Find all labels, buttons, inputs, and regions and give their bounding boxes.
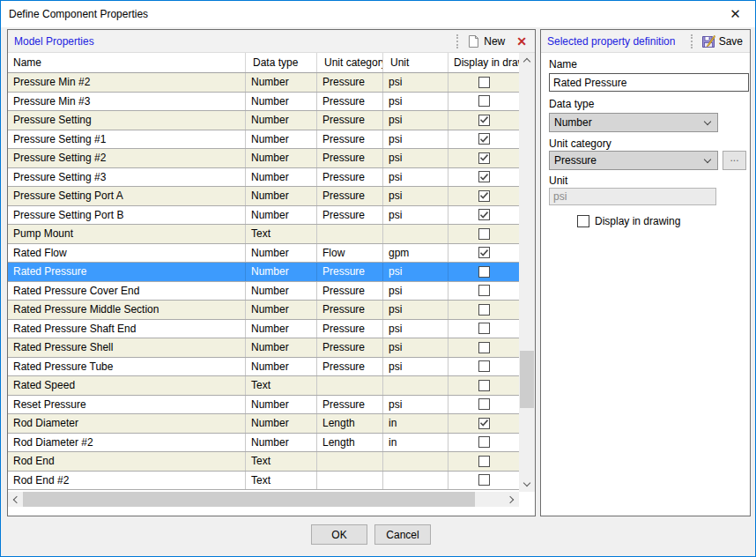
column-header-name[interactable]: Name	[8, 53, 246, 72]
cell-name: Rated Pressure Middle Section	[8, 301, 246, 319]
cell-display-in-drawing	[448, 472, 519, 490]
scroll-right-button[interactable]	[504, 492, 519, 507]
horizontal-scrollbar-thumb[interactable]	[23, 492, 475, 507]
name-input[interactable]	[549, 73, 749, 92]
table-row[interactable]: Rod End #2Text	[8, 472, 519, 491]
display-checkbox[interactable]	[478, 380, 490, 391]
table-row[interactable]: Rated Pressure Cover EndNumberPressureps…	[8, 282, 519, 301]
table-header-row: Name Data type Unit category Unit Displa…	[8, 53, 519, 73]
table-row[interactable]: Rated FlowNumberFlowgpm	[8, 244, 519, 264]
cell-unit-category: Pressure	[317, 396, 383, 414]
table-row[interactable]: Rod DiameterNumberLengthin	[8, 414, 519, 434]
display-checkbox[interactable]	[478, 418, 490, 429]
cell-unit: psi	[383, 338, 448, 357]
table-row[interactable]: Rated Pressure Middle SectionNumberPress…	[8, 301, 519, 320]
display-checkbox[interactable]	[478, 209, 490, 220]
table-row[interactable]: Rod EndText	[8, 452, 519, 472]
cell-data-type: Number	[246, 130, 317, 149]
table-row[interactable]: Rated PressureNumberPressurepsi	[8, 263, 519, 282]
table-row[interactable]: Rated Pressure ShellNumberPressurepsi	[8, 338, 519, 358]
display-checkbox[interactable]	[478, 247, 490, 258]
table-row[interactable]: Rated Pressure TubeNumberPressurepsi	[8, 358, 519, 377]
display-checkbox[interactable]	[478, 360, 490, 372]
cell-name: Rod End	[8, 452, 246, 471]
table-row[interactable]: Pressure Setting Port BNumberPressurepsi	[8, 206, 519, 226]
vertical-scrollbar-thumb[interactable]	[520, 351, 534, 408]
column-header-unit[interactable]: Unit	[383, 53, 448, 72]
table-row[interactable]: Pump MountText	[8, 225, 519, 244]
cell-data-type: Number	[246, 282, 317, 301]
titlebar: Define Component Properties ✕	[1, 1, 755, 27]
display-checkbox[interactable]	[478, 228, 490, 240]
display-checkbox[interactable]	[478, 266, 490, 278]
table-row[interactable]: Pressure SettingNumberPressurepsi	[8, 111, 519, 130]
unit-category-browse-button[interactable]: ...	[723, 151, 746, 170]
display-checkbox[interactable]	[478, 115, 490, 126]
ok-button[interactable]: OK	[311, 524, 367, 545]
cell-name: Rod Diameter	[8, 414, 246, 433]
chevron-down-icon	[523, 479, 530, 486]
cell-unit: psi	[383, 168, 448, 187]
cell-unit: psi	[383, 263, 448, 281]
display-checkbox[interactable]	[478, 285, 490, 296]
save-button[interactable]: Save	[699, 33, 745, 50]
scroll-left-button[interactable]	[8, 492, 23, 507]
display-in-drawing-checkbox[interactable]	[577, 215, 589, 227]
unit-category-dropdown[interactable]: Pressure	[549, 151, 718, 170]
toolbar-gripper	[456, 34, 459, 48]
cell-unit-category: Pressure	[317, 73, 383, 92]
table-row[interactable]: Pressure Min #2NumberPressurepsi	[8, 73, 519, 93]
delete-property-button[interactable]: ✕	[513, 35, 530, 48]
table-row[interactable]: Rod Diameter #2NumberLengthin	[8, 434, 519, 453]
table-row[interactable]: Rated Pressure Shaft EndNumberPressureps…	[8, 320, 519, 339]
scroll-up-button[interactable]	[519, 53, 534, 68]
scroll-down-button[interactable]	[519, 477, 534, 492]
close-icon: ✕	[730, 6, 741, 22]
table-row[interactable]: Rated SpeedText	[8, 376, 519, 396]
column-header-data-type[interactable]: Data type	[246, 53, 317, 72]
table-row[interactable]: Pressure Setting Port ANumberPressurepsi	[8, 187, 519, 206]
display-checkbox[interactable]	[478, 133, 490, 145]
display-checkbox[interactable]	[478, 171, 490, 182]
cell-name: Pressure Setting #2	[8, 149, 246, 167]
cell-display-in-drawing	[448, 376, 519, 395]
display-checkbox[interactable]	[478, 323, 490, 334]
cell-unit: psi	[383, 206, 448, 225]
table-row[interactable]: Pressure Setting #3NumberPressurepsi	[8, 168, 519, 188]
close-button[interactable]: ✕	[715, 2, 755, 27]
display-checkbox[interactable]	[478, 456, 490, 467]
cell-display-in-drawing	[448, 225, 519, 243]
display-checkbox[interactable]	[478, 436, 490, 448]
table-row[interactable]: Pressure Setting #1NumberPressurepsi	[8, 130, 519, 150]
chevron-right-icon	[507, 495, 514, 502]
display-checkbox[interactable]	[478, 474, 490, 486]
chevron-left-icon	[13, 495, 20, 502]
cell-unit-category: Pressure	[317, 338, 383, 357]
table-row[interactable]: Pressure Min #3NumberPressurepsi	[8, 93, 519, 112]
table-row[interactable]: Reset PressureNumberPressurepsi	[8, 396, 519, 415]
display-checkbox[interactable]	[478, 304, 490, 316]
cell-unit-category: Length	[317, 414, 383, 433]
display-checkbox[interactable]	[478, 398, 490, 410]
cell-data-type: Number	[246, 244, 317, 263]
display-checkbox[interactable]	[478, 77, 490, 88]
display-checkbox[interactable]	[478, 190, 490, 202]
display-checkbox[interactable]	[478, 152, 490, 164]
cancel-button[interactable]: Cancel	[374, 524, 431, 545]
horizontal-scrollbar[interactable]	[8, 492, 519, 507]
vertical-scrollbar[interactable]	[519, 53, 535, 492]
data-type-dropdown[interactable]: Number	[549, 113, 718, 132]
column-header-unit-category[interactable]: Unit category	[317, 53, 383, 72]
cell-unit	[383, 225, 448, 243]
new-property-button[interactable]: New	[464, 33, 508, 50]
display-checkbox[interactable]	[478, 95, 490, 107]
cell-display-in-drawing	[448, 244, 519, 263]
cell-unit-category: Pressure	[317, 358, 383, 376]
column-header-display-in-drawing[interactable]: Display in drawing	[448, 53, 519, 72]
table-row[interactable]: Pressure Setting #2NumberPressurepsi	[8, 149, 519, 168]
display-checkbox[interactable]	[478, 342, 490, 353]
chevron-down-icon	[704, 118, 711, 125]
data-type-value: Number	[554, 116, 592, 129]
cell-data-type: Number	[246, 320, 317, 338]
display-in-drawing-row: Display in drawing	[577, 215, 680, 227]
